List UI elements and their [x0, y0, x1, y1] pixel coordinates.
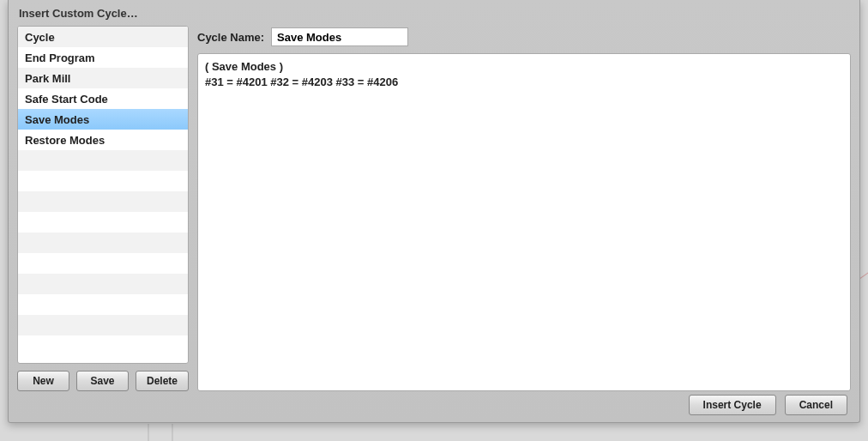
background-decoration [148, 424, 149, 441]
cycle-list-item[interactable]: Cycle [18, 27, 188, 47]
cycle-list-item[interactable]: Save Modes [18, 109, 188, 130]
cycle-code-textarea[interactable]: ( Save Modes ) #31 = #4201 #32 = #4203 #… [197, 53, 851, 391]
cycle-list-item[interactable]: Park Mill [18, 68, 188, 88]
cycle-list-empty-row [18, 171, 188, 191]
save-button[interactable]: Save [76, 371, 129, 391]
new-button[interactable]: New [17, 371, 69, 391]
sidebar: CycleEnd ProgramPark MillSafe Start Code… [17, 26, 189, 391]
cycle-list-item[interactable]: Restore Modes [18, 130, 188, 150]
cycle-name-input[interactable] [271, 27, 408, 46]
delete-button[interactable]: Delete [136, 371, 189, 391]
background-decoration [172, 424, 173, 441]
main-panel: Cycle Name: ( Save Modes ) #31 = #4201 #… [197, 26, 851, 391]
cycle-list-empty-row [18, 212, 188, 233]
insert-cycle-button[interactable]: Insert Cycle [689, 395, 776, 415]
cycle-name-row: Cycle Name: [197, 26, 851, 48]
cycle-list-item[interactable]: Safe Start Code [18, 88, 188, 109]
insert-custom-cycle-dialog: Insert Custom Cycle… CycleEnd ProgramPar… [8, 0, 860, 423]
cycle-list-empty-row [18, 253, 188, 274]
cycle-list-empty-row [18, 150, 188, 171]
dialog-title: Insert Custom Cycle… [9, 0, 859, 26]
cycle-list-empty-row [18, 233, 188, 253]
cycle-list-empty-row [18, 335, 188, 356]
cycle-list-item[interactable]: End Program [18, 47, 188, 68]
dialog-content: CycleEnd ProgramPark MillSafe Start Code… [17, 26, 851, 391]
cancel-button[interactable]: Cancel [785, 395, 847, 415]
sidebar-buttons: New Save Delete [17, 371, 189, 391]
cycle-list-empty-row [18, 294, 188, 315]
cycle-list-empty-row [18, 315, 188, 335]
cycle-list-empty-row [18, 191, 188, 212]
cycle-name-label: Cycle Name: [197, 31, 264, 44]
dialog-actions: Insert Cycle Cancel [689, 395, 847, 415]
cycle-list[interactable]: CycleEnd ProgramPark MillSafe Start Code… [17, 26, 189, 364]
cycle-list-empty-row [18, 274, 188, 294]
